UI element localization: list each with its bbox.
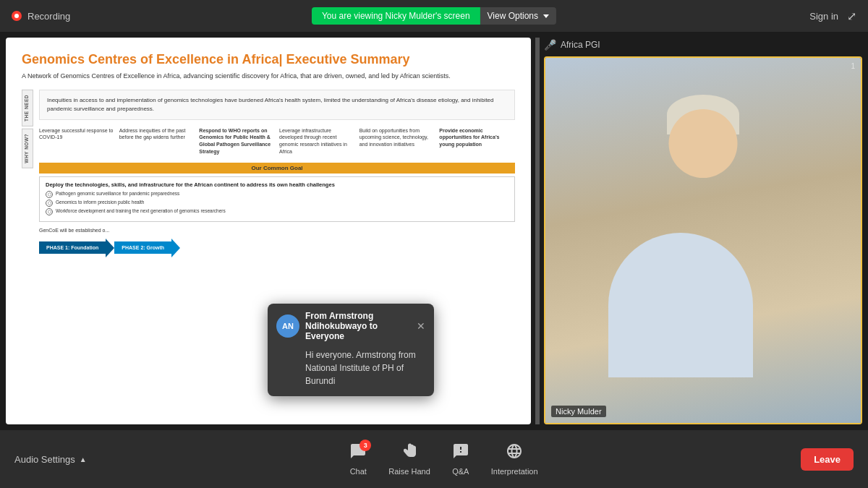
raise-hand-button[interactable]: Raise Hand — [388, 442, 430, 476]
chat-icon: 3 — [349, 442, 367, 464]
slide-main: Inequities in access to and implementati… — [33, 90, 515, 257]
content-area: Genomics Centres of Excellence in Africa… — [0, 32, 868, 430]
slide-subtitle: A Network of Genomics Centres of Excelle… — [22, 72, 515, 81]
top-bar-center: You are viewing Nicky Mulder's screen Vi… — [312, 7, 556, 25]
chat-badge: 3 — [359, 440, 371, 451]
phase-arrow-2 — [171, 239, 180, 257]
participant-name: Africa PGI — [561, 40, 600, 50]
why-now-item-1: Address inequities of the past before th… — [119, 127, 195, 155]
chat-button[interactable]: 3 Chat — [349, 442, 367, 476]
slide-title-highlight: Executive Summary — [283, 52, 410, 67]
slide-title: Genomics Centres of Excellence in Africa… — [22, 52, 515, 67]
right-panel: 🎤 Africa PGI Nicky Mulder 1 — [544, 38, 862, 424]
chat-avatar: AN — [276, 314, 299, 338]
interpretation-button[interactable]: Interpretation — [491, 442, 538, 476]
qa-icon — [452, 442, 469, 464]
qa-button[interactable]: Q&A — [452, 442, 469, 476]
toolbar-center: 3 Chat Raise Hand Q&A — [349, 442, 537, 476]
top-bar-left: Recording — [12, 11, 70, 22]
audio-settings-label: Audio Settings — [14, 454, 75, 465]
why-now-item-4: Build on opportunities from upcoming sci… — [359, 127, 435, 155]
mic-muted-icon: 🎤 — [544, 39, 556, 51]
slide-title-plain: Genomics Centres of Excellence in Africa… — [22, 52, 283, 67]
chevron-down-icon — [543, 14, 549, 18]
chat-message: Hi everyone. Armstrong from National Ins… — [268, 346, 434, 396]
deploy-icon-0: ⬡ — [46, 191, 53, 198]
phase-arrow-1 — [106, 239, 114, 257]
gencoe-label: GenCoE will be established o... — [39, 228, 515, 233]
chat-sender-name: From Armstrong Ndihokubwayo to Everyone — [305, 311, 417, 341]
deploy-item-0: ⬡ Pathogen genomic surveillance for pand… — [46, 191, 509, 198]
deploy-item-2: ⬡ Workforce development and training the… — [46, 208, 509, 215]
chat-label: Chat — [350, 467, 367, 476]
qa-label: Q&A — [452, 467, 469, 476]
deploy-box: Deploy the technologies, skills, and inf… — [39, 176, 515, 222]
view-options-button[interactable]: View Options — [480, 7, 556, 25]
recording-label: Recording — [27, 11, 70, 22]
chat-popup-header: AN From Armstrong Ndihokubwayo to Everyo… — [268, 304, 434, 346]
why-now-item-2: Respond to WHO reports on Genomics for P… — [199, 127, 275, 155]
toolbar-right: Leave — [801, 448, 854, 471]
top-bar: Recording You are viewing Nicky Mulder's… — [0, 0, 868, 32]
phases-row: PHASE 1: Foundation PHASE 2: Growth — [39, 239, 515, 257]
the-need-label: The Need — [22, 90, 33, 127]
phase1-box: PHASE 1: Foundation — [39, 241, 106, 254]
deploy-item-1: ⬡ Genomics to inform precision public he… — [46, 200, 509, 207]
top-bar-right: Sign in ⤢ — [809, 9, 856, 23]
inequities-box: Inequities in access to and implementati… — [39, 90, 515, 120]
audio-settings[interactable]: Audio Settings ▲ — [14, 454, 87, 465]
why-now-item-0: Leverage successful response to COVID-19 — [39, 127, 115, 155]
body-shape — [608, 233, 753, 377]
video-frame: Nicky Mulder 1 — [544, 56, 862, 424]
why-now-label: Why Now? — [22, 129, 33, 168]
phases-section: GenCoE will be established o... PHASE 1:… — [39, 228, 515, 257]
deploy-icon-2: ⬡ — [46, 208, 53, 215]
common-goal-section: Our Common Goal Deploy the technologies,… — [39, 163, 515, 222]
why-now-row: Leverage successful response to COVID-19… — [39, 127, 515, 155]
speaker-name-tag: Nicky Mulder — [551, 406, 606, 417]
deploy-title: Deploy the technologies, skills, and inf… — [46, 181, 509, 188]
audio-chevron-icon: ▲ — [80, 455, 87, 463]
deploy-icon-1: ⬡ — [46, 200, 53, 207]
chat-popup: AN From Armstrong Ndihokubwayo to Everyo… — [268, 304, 434, 396]
chat-sender: From Armstrong Ndihokubwayo to Everyone — [299, 311, 417, 341]
bottom-toolbar: Audio Settings ▲ 3 Chat Raise Hand — [0, 430, 868, 488]
participant-label: 🎤 Africa PGI — [544, 38, 862, 52]
fullscreen-icon[interactable]: ⤢ — [847, 9, 856, 23]
raise-hand-label: Raise Hand — [388, 467, 430, 476]
chat-close-button[interactable]: ✕ — [417, 320, 425, 332]
why-now-item-5: Provide economic opportunities for Afric… — [439, 127, 515, 155]
recording-indicator — [12, 11, 22, 21]
video-person — [545, 58, 861, 423]
slide-body: The Need Why Now? Inequities in access t… — [22, 90, 515, 257]
interpretation-icon — [506, 442, 523, 464]
raise-hand-icon — [401, 442, 418, 464]
why-now-item-3: Leverage infrastructure developed throug… — [279, 127, 355, 155]
phase2-box: PHASE 2: Growth — [114, 241, 171, 254]
face-shape — [669, 109, 738, 178]
common-goal-header: Our Common Goal — [39, 163, 515, 174]
sidebar-labels: The Need Why Now? — [22, 90, 33, 257]
corner-number: 1 — [851, 62, 855, 70]
leave-button[interactable]: Leave — [801, 448, 854, 471]
sign-in-button[interactable]: Sign in — [809, 11, 838, 22]
resize-handle[interactable] — [535, 38, 540, 424]
interpretation-label: Interpretation — [491, 467, 538, 476]
viewing-badge: You are viewing Nicky Mulder's screen — [312, 7, 480, 25]
